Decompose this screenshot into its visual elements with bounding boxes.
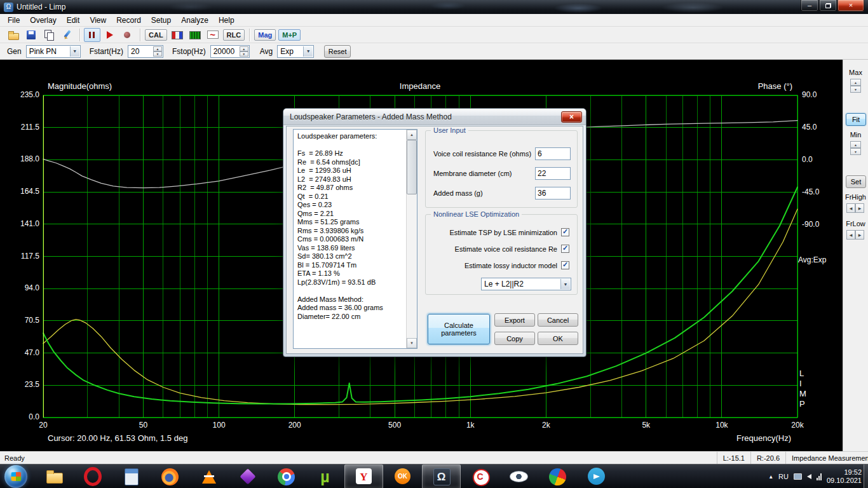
open-button[interactable]: [6, 28, 22, 42]
set-button[interactable]: Set: [846, 175, 866, 188]
inductor-model-dropdown[interactable]: Le + L2||R2▼: [481, 278, 571, 290]
volume-tray-icon[interactable]: [807, 474, 811, 479]
frhigh-right-button[interactable]: ▶: [855, 203, 864, 213]
frhigh-spinner[interactable]: ◀ ▶: [846, 203, 864, 213]
ok-button[interactable]: OK: [538, 332, 578, 345]
taskbar-limp-omega[interactable]: Ω: [422, 464, 461, 488]
min-spinner[interactable]: ▲ ▼: [850, 141, 861, 155]
telegram-icon: [587, 467, 606, 486]
frlow-spinner[interactable]: ◀ ▶: [846, 230, 864, 240]
window-titlebar[interactable]: Untitled - Limp – ×: [0, 0, 868, 14]
re-input[interactable]: [535, 147, 571, 160]
scroll-down-button[interactable]: ▼: [407, 338, 417, 348]
x-axis-title: Frequency(Hz): [736, 433, 791, 443]
save-button[interactable]: [24, 28, 40, 42]
cancel-button[interactable]: Cancel: [538, 313, 578, 327]
taskbar-telegram[interactable]: [577, 464, 616, 488]
max-down-button[interactable]: ▼: [850, 86, 861, 93]
magnitude-phase-view-button[interactable]: M+P: [278, 29, 301, 41]
menu-setup[interactable]: Setup: [146, 15, 176, 26]
menu-help[interactable]: Help: [214, 15, 240, 26]
calculate-parameters-button[interactable]: Calculate parameters: [428, 314, 490, 344]
taskbar-purple-app[interactable]: [228, 464, 267, 488]
start-button[interactable]: [4, 465, 27, 488]
menu-analyze[interactable]: Analyze: [176, 15, 214, 26]
copy-button[interactable]: Copy: [494, 332, 535, 345]
taskbar-chrome[interactable]: [267, 464, 306, 488]
frlow-right-button[interactable]: ▶: [855, 230, 864, 240]
dialog-body: Loudspeaker parameters: Fs = 26.89 Hz Re…: [286, 126, 583, 354]
fstart-down-button[interactable]: ▼: [153, 51, 162, 57]
network-tray-icon[interactable]: [817, 473, 822, 480]
taskbar-windows-explorer[interactable]: [34, 464, 73, 488]
edit-button[interactable]: [59, 28, 76, 42]
generator-type-dropdown[interactable]: Pink PN▼: [26, 45, 81, 58]
min-down-button[interactable]: ▼: [850, 148, 861, 155]
averaging-dropdown[interactable]: Exp▼: [277, 45, 314, 58]
fstop-down-button[interactable]: ▼: [240, 51, 248, 57]
limp-letter: I: [799, 379, 806, 389]
listbox-scrollbar[interactable]: ▲ ▼: [406, 130, 417, 348]
menu-view[interactable]: View: [85, 15, 111, 26]
display-tray-icon[interactable]: [794, 473, 802, 480]
show-hidden-icons-button[interactable]: ▲: [768, 474, 773, 480]
estimate-re-checkbox[interactable]: [561, 245, 569, 253]
close-button[interactable]: ×: [837, 0, 864, 11]
copy-button[interactable]: [41, 28, 58, 42]
fstart-up-button[interactable]: ▲: [153, 46, 162, 51]
fstop-spinner[interactable]: 20000 ▲▼: [210, 45, 250, 58]
fstart-spinner[interactable]: 20 ▲▼: [128, 45, 163, 58]
stop-record-icon: [122, 30, 133, 40]
parameters-listbox[interactable]: Loudspeaker parameters: Fs = 26.89 Hz Re…: [293, 129, 417, 349]
calibrate-button[interactable]: CAL: [145, 29, 167, 41]
frlow-left-button[interactable]: ◀: [846, 230, 855, 240]
stop-button[interactable]: [119, 28, 136, 42]
record-button[interactable]: [102, 28, 118, 42]
menu-file[interactable]: File: [3, 15, 25, 26]
diameter-input[interactable]: [535, 167, 571, 180]
export-button[interactable]: Export: [494, 313, 535, 327]
added-mass-input[interactable]: [535, 187, 571, 200]
taskbar-vlc[interactable]: [189, 464, 228, 488]
taskbar-eye-app[interactable]: [499, 464, 538, 488]
dialog-titlebar[interactable]: Loudspeaker Parameters - Added Mass Meth…: [283, 109, 586, 125]
menu-record[interactable]: Record: [111, 15, 146, 26]
rlc-button[interactable]: RLC: [223, 29, 245, 41]
fstop-up-button[interactable]: ▲: [240, 46, 248, 51]
taskbar-opera[interactable]: [73, 464, 112, 488]
menu-overlay[interactable]: Overlay: [25, 15, 61, 26]
frhigh-left-button[interactable]: ◀: [846, 203, 855, 213]
show-desktop-button[interactable]: [864, 464, 868, 488]
magnitude-view-button[interactable]: Mag: [254, 29, 276, 41]
taskbar-clock[interactable]: 19:52 09.10.2021: [827, 468, 862, 485]
estimate-inductor-checkbox[interactable]: [561, 261, 569, 269]
max-up-button[interactable]: ▲: [850, 79, 861, 86]
restore-button[interactable]: [819, 0, 837, 11]
taskbar-firefox[interactable]: [151, 464, 189, 488]
taskbar-utorrent[interactable]: µ: [306, 464, 344, 488]
max-spinner[interactable]: ▲ ▼: [850, 79, 861, 93]
estimate-tsp-checkbox[interactable]: [561, 228, 569, 236]
spectrum-mode-button[interactable]: [187, 28, 203, 42]
fit-button[interactable]: Fit: [846, 113, 866, 126]
signal-mode-button[interactable]: [205, 28, 221, 42]
language-indicator[interactable]: RU: [778, 473, 789, 480]
taskbar-calculator[interactable]: [112, 464, 151, 488]
chart-title: Impedance: [400, 81, 440, 91]
scroll-thumb[interactable]: [407, 140, 417, 194]
taskbar-colorful-app[interactable]: [538, 464, 577, 488]
dialog-close-button[interactable]: ×: [561, 111, 582, 123]
scroll-up-button[interactable]: ▲: [407, 130, 417, 140]
min-up-button[interactable]: ▲: [850, 141, 861, 148]
taskbar-yandex-browser[interactable]: Y: [344, 464, 383, 488]
generator-setup-button[interactable]: [169, 28, 186, 42]
taskbar-red-app[interactable]: C: [461, 464, 499, 488]
toolbar-separator: [79, 29, 80, 41]
reset-button[interactable]: Reset: [324, 45, 351, 58]
menu-edit[interactable]: Edit: [62, 15, 85, 26]
taskbar-ok-ru[interactable]: OK: [383, 464, 422, 488]
chevron-down-icon: ▼: [70, 46, 79, 57]
minimize-button[interactable]: –: [801, 0, 818, 11]
yandex-browser-icon: Y: [355, 467, 374, 486]
pause-button[interactable]: [84, 28, 100, 42]
